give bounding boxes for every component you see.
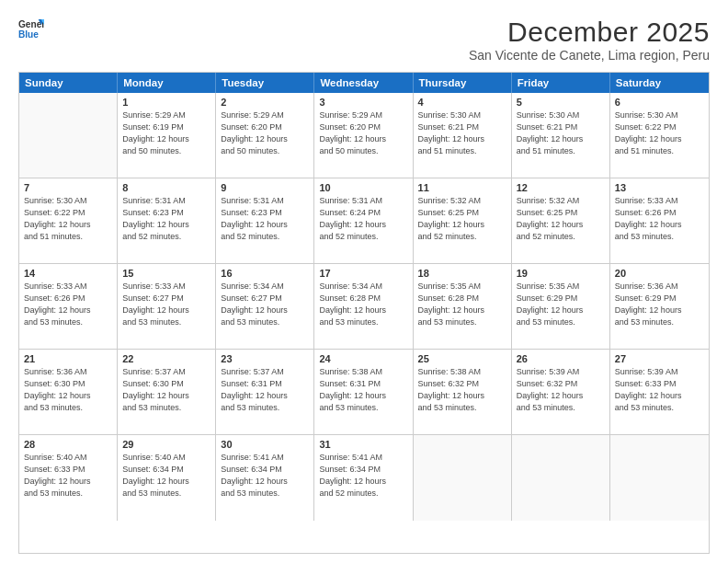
day-info: Sunrise: 5:41 AM Sunset: 6:34 PM Dayligh… [221,452,309,500]
calendar-cell: 2Sunrise: 5:29 AM Sunset: 6:20 PM Daylig… [216,93,314,178]
day-number: 7 [24,182,112,193]
calendar-cell: 4Sunrise: 5:30 AM Sunset: 6:21 PM Daylig… [414,93,512,178]
day-info: Sunrise: 5:29 AM Sunset: 6:20 PM Dayligh… [221,109,309,157]
day-info: Sunrise: 5:35 AM Sunset: 6:29 PM Dayligh… [517,281,605,328]
day-number: 26 [517,353,605,364]
calendar-cell [512,435,610,521]
header-day-wednesday: Wednesday [314,73,413,93]
day-number: 30 [221,439,309,450]
main-title: December 2025 [469,17,710,48]
day-number: 25 [418,353,506,364]
day-number: 21 [24,353,112,364]
day-number: 3 [319,97,407,108]
day-info: Sunrise: 5:39 AM Sunset: 6:32 PM Dayligh… [517,366,605,414]
day-info: Sunrise: 5:37 AM Sunset: 6:31 PM Dayligh… [221,366,309,414]
day-number: 17 [319,268,407,279]
title-block: December 2025 San Vicente de Canete, Lim… [469,17,710,63]
header-day-sunday: Sunday [19,73,118,93]
day-number: 1 [122,97,210,108]
day-number: 8 [122,182,210,193]
day-number: 15 [122,268,210,279]
header-day-friday: Friday [512,73,610,93]
day-number: 4 [418,97,506,108]
calendar-cell: 8Sunrise: 5:31 AM Sunset: 6:23 PM Daylig… [118,178,216,263]
header-day-monday: Monday [118,73,216,93]
day-info: Sunrise: 5:41 AM Sunset: 6:34 PM Dayligh… [319,452,407,500]
page: General Blue December 2025 San Vicente d… [0,0,728,563]
calendar-cell: 20Sunrise: 5:36 AM Sunset: 6:29 PM Dayli… [610,264,709,349]
calendar-cell: 7Sunrise: 5:30 AM Sunset: 6:22 PM Daylig… [19,178,118,263]
day-info: Sunrise: 5:33 AM Sunset: 6:26 PM Dayligh… [615,195,704,243]
calendar-cell: 22Sunrise: 5:37 AM Sunset: 6:30 PM Dayli… [118,350,216,434]
calendar-cell: 31Sunrise: 5:41 AM Sunset: 6:34 PM Dayli… [314,435,413,521]
header-day-tuesday: Tuesday [216,73,314,93]
calendar-cell: 29Sunrise: 5:40 AM Sunset: 6:34 PM Dayli… [118,435,216,521]
day-info: Sunrise: 5:36 AM Sunset: 6:30 PM Dayligh… [24,366,112,414]
day-info: Sunrise: 5:29 AM Sunset: 6:19 PM Dayligh… [122,109,210,157]
day-info: Sunrise: 5:36 AM Sunset: 6:29 PM Dayligh… [615,281,704,328]
calendar-cell: 15Sunrise: 5:33 AM Sunset: 6:27 PM Dayli… [118,264,216,349]
day-number: 18 [418,268,506,279]
week-row-1: 1Sunrise: 5:29 AM Sunset: 6:19 PM Daylig… [19,93,709,178]
calendar-cell: 23Sunrise: 5:37 AM Sunset: 6:31 PM Dayli… [216,350,314,434]
calendar-cell: 12Sunrise: 5:32 AM Sunset: 6:25 PM Dayli… [512,178,610,263]
calendar-cell: 19Sunrise: 5:35 AM Sunset: 6:29 PM Dayli… [512,264,610,349]
day-number: 9 [221,182,309,193]
header-day-thursday: Thursday [414,73,512,93]
day-info: Sunrise: 5:33 AM Sunset: 6:27 PM Dayligh… [122,281,210,328]
day-info: Sunrise: 5:32 AM Sunset: 6:25 PM Dayligh… [517,195,605,243]
day-info: Sunrise: 5:32 AM Sunset: 6:25 PM Dayligh… [418,195,506,243]
header-day-saturday: Saturday [610,73,709,93]
week-row-4: 21Sunrise: 5:36 AM Sunset: 6:30 PM Dayli… [19,350,709,435]
calendar-cell: 13Sunrise: 5:33 AM Sunset: 6:26 PM Dayli… [610,178,709,263]
day-number: 10 [319,182,407,193]
day-info: Sunrise: 5:38 AM Sunset: 6:32 PM Dayligh… [418,366,506,414]
day-info: Sunrise: 5:40 AM Sunset: 6:34 PM Dayligh… [122,452,210,500]
calendar-cell [414,435,512,521]
calendar-cell: 3Sunrise: 5:29 AM Sunset: 6:20 PM Daylig… [314,93,413,178]
calendar-cell: 24Sunrise: 5:38 AM Sunset: 6:31 PM Dayli… [314,350,413,434]
day-info: Sunrise: 5:31 AM Sunset: 6:23 PM Dayligh… [122,195,210,243]
day-info: Sunrise: 5:30 AM Sunset: 6:21 PM Dayligh… [517,109,605,157]
calendar-cell: 5Sunrise: 5:30 AM Sunset: 6:21 PM Daylig… [512,93,610,178]
day-info: Sunrise: 5:30 AM Sunset: 6:21 PM Dayligh… [418,109,506,157]
week-row-3: 14Sunrise: 5:33 AM Sunset: 6:26 PM Dayli… [19,264,709,350]
day-info: Sunrise: 5:30 AM Sunset: 6:22 PM Dayligh… [615,109,704,157]
week-row-5: 28Sunrise: 5:40 AM Sunset: 6:33 PM Dayli… [19,435,709,521]
day-info: Sunrise: 5:33 AM Sunset: 6:26 PM Dayligh… [24,281,112,328]
day-number: 2 [221,97,309,108]
day-info: Sunrise: 5:38 AM Sunset: 6:31 PM Dayligh… [319,366,407,414]
calendar-cell [19,93,118,178]
subtitle: San Vicente de Canete, Lima region, Peru [469,48,710,63]
day-number: 20 [615,268,704,279]
calendar: SundayMondayTuesdayWednesdayThursdayFrid… [18,72,710,554]
day-number: 19 [517,268,605,279]
day-info: Sunrise: 5:31 AM Sunset: 6:24 PM Dayligh… [319,195,407,243]
day-number: 28 [24,439,112,450]
day-info: Sunrise: 5:34 AM Sunset: 6:27 PM Dayligh… [221,281,309,328]
day-number: 29 [122,439,210,450]
logo: General Blue [18,17,44,42]
day-number: 31 [319,439,407,450]
calendar-cell: 14Sunrise: 5:33 AM Sunset: 6:26 PM Dayli… [19,264,118,349]
day-number: 23 [221,353,309,364]
day-number: 22 [122,353,210,364]
day-info: Sunrise: 5:31 AM Sunset: 6:23 PM Dayligh… [221,195,309,243]
svg-text:Blue: Blue [18,29,39,40]
day-info: Sunrise: 5:29 AM Sunset: 6:20 PM Dayligh… [319,109,407,157]
day-info: Sunrise: 5:40 AM Sunset: 6:33 PM Dayligh… [24,452,112,500]
day-info: Sunrise: 5:34 AM Sunset: 6:28 PM Dayligh… [319,281,407,328]
calendar-cell: 30Sunrise: 5:41 AM Sunset: 6:34 PM Dayli… [216,435,314,521]
calendar-cell: 10Sunrise: 5:31 AM Sunset: 6:24 PM Dayli… [314,178,413,263]
calendar-body: 1Sunrise: 5:29 AM Sunset: 6:19 PM Daylig… [19,93,709,521]
calendar-cell [610,435,709,521]
calendar-cell: 28Sunrise: 5:40 AM Sunset: 6:33 PM Dayli… [19,435,118,521]
day-number: 16 [221,268,309,279]
day-info: Sunrise: 5:30 AM Sunset: 6:22 PM Dayligh… [24,195,112,243]
day-number: 11 [418,182,506,193]
day-number: 13 [615,182,704,193]
calendar-cell: 11Sunrise: 5:32 AM Sunset: 6:25 PM Dayli… [414,178,512,263]
calendar-cell: 21Sunrise: 5:36 AM Sunset: 6:30 PM Dayli… [19,350,118,434]
day-number: 12 [517,182,605,193]
day-number: 6 [615,97,704,108]
